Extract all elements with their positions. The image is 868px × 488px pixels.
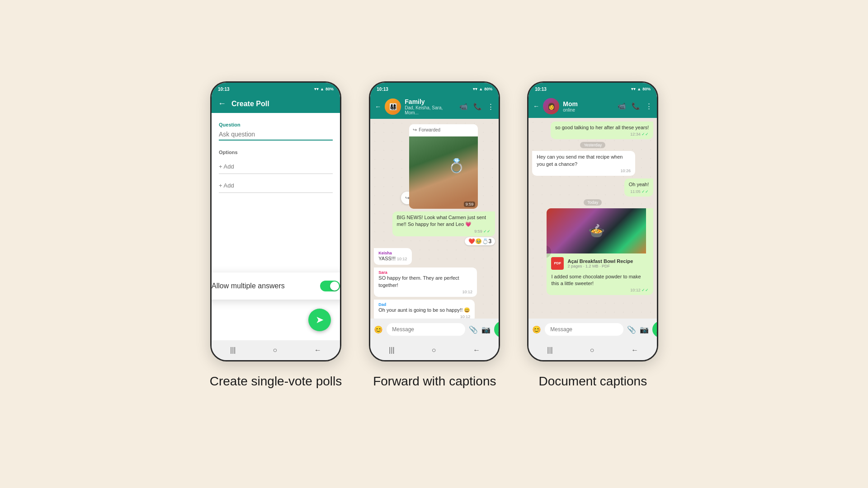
doc-title-area: Açaí Breakfast Bowl Recipe 2 pages · 1.2…: [567, 258, 633, 268]
attach-icon[interactable]: 📎: [469, 325, 478, 334]
mom-time: 10:13: [535, 87, 547, 92]
mom-camera-icon[interactable]: 📷: [640, 325, 649, 334]
family-nav-bar: ||| ○ ←: [370, 340, 499, 360]
poll-header: ← Create Poll: [212, 94, 340, 113]
keisha-text: YASS!!! 10:12: [378, 255, 407, 262]
option1-input[interactable]: [219, 160, 333, 174]
family-message-input[interactable]: [387, 323, 465, 336]
family-chat-name: Family: [405, 98, 456, 105]
family-header-icons: 📹 📞 ⋮: [459, 103, 494, 111]
today-badge: Today: [584, 199, 602, 206]
big-news-meta: 9:59 ✓✓: [397, 229, 491, 234]
big-news-bubble: BIG NEWS! Look what Carmen just sent me!…: [392, 211, 495, 236]
sara-meta: 10:12: [378, 290, 472, 294]
reply-checks: ✓✓: [642, 189, 649, 194]
sent-checkmarks: ✓✓: [483, 229, 491, 234]
reply-meta: 11:05 ✓✓: [629, 189, 649, 194]
forwarded-header: ↪ Forwarded: [413, 127, 474, 133]
sara-name: Sara: [378, 270, 472, 275]
ring-image: 💍: [409, 136, 478, 209]
mom-video-icon[interactable]: 📹: [618, 102, 626, 110]
dad-name: Dad: [378, 302, 470, 307]
reactions-bar: ❤️🥹💍3: [465, 237, 495, 245]
keisha-time: 10:12: [397, 257, 407, 261]
yesterday-badge: Yesterday: [580, 142, 605, 148]
voice-call-icon[interactable]: 📞: [473, 103, 482, 111]
doc-time: 10:12 ✓✓: [551, 288, 649, 292]
family-chat-info: Family Dad, Keisha, Sara, Mom...: [405, 98, 456, 115]
dad-text: Oh your aunt is going to be so happy!! 😄: [378, 307, 470, 314]
mom-signal-icon: ▾▾: [631, 87, 636, 91]
keisha-name: Keisha: [378, 251, 407, 255]
family-status-bar: 10:13 ▾▾ ▲ 80%: [370, 83, 499, 94]
family-signal-icon: ▾▾: [473, 87, 477, 91]
forwarded-image-container: ↪ Forwarded 💍 9:59 ↪: [409, 124, 495, 209]
mom-call-icon[interactable]: 📞: [632, 102, 640, 110]
poll-status-bar: 10:13 ▾▾ ▲ 80%: [212, 83, 340, 94]
mom-chat-body: so good talking to her after all these y…: [528, 118, 657, 319]
mom-back-icon[interactable]: ←: [533, 103, 539, 110]
option2-input[interactable]: [219, 178, 333, 193]
family-chat-subtitle: Dad, Keisha, Sara, Mom...: [405, 105, 456, 115]
wifi-icon: ▲: [320, 87, 324, 91]
nav-menu-icon: |||: [230, 346, 236, 354]
yesterday-meta: 12:34 ✓✓: [555, 132, 649, 136]
pdf-icon: PDF: [551, 257, 564, 270]
send-poll-button[interactable]: ➤: [308, 309, 331, 331]
allow-multiple-card: Allow multiple answers: [210, 272, 341, 300]
doc-caption-area: I added some chocolate powder to make th…: [547, 272, 653, 296]
family-phone: 10:13 ▾▾ ▲ 80% ← 👨‍👩‍👧‍👦 Family Dad, Kei…: [369, 81, 500, 361]
doc-caption-text: I added some chocolate powder to make th…: [551, 273, 649, 287]
yesterday-msg-text: so good talking to her after all these y…: [555, 124, 649, 131]
family-phone-label: Forward with captions: [373, 374, 496, 389]
poll-body: Question Options Allow multiple answers …: [212, 113, 340, 340]
poll-phone-wrapper: 10:13 ▾▾ ▲ 80% ← Create Poll Question Op…: [210, 81, 342, 389]
family-chat-body: ↪ Forwarded 💍 9:59 ↪ BIG NEWS: [370, 119, 499, 319]
poll-phone: 10:13 ▾▾ ▲ 80% ← Create Poll Question Op…: [210, 81, 341, 361]
mom-battery-icon: 80%: [642, 87, 651, 91]
question-input[interactable]: [219, 131, 333, 141]
video-call-icon[interactable]: 📹: [459, 103, 468, 111]
mom-nav-home: ○: [590, 346, 594, 354]
mom-status-bar: 10:13 ▾▾ ▲ 80%: [528, 83, 657, 94]
mom-mic-button[interactable]: 🎤: [652, 321, 658, 338]
family-avatar: 👨‍👩‍👧‍👦: [385, 99, 401, 115]
mom-phone: 10:13 ▾▾ ▲ 80% ← 👩 Mom online 📹 📞: [527, 81, 658, 361]
document-bubble: 🍲 PDF Açaí Breakfast Bowl Recipe 2 pages…: [547, 208, 653, 296]
mom-more-icon[interactable]: ⋮: [646, 102, 652, 110]
mom-avatar: 👩: [543, 98, 559, 114]
keisha-bubble: Keisha YASS!!! 10:12: [374, 248, 411, 265]
doc-checks: ✓✓: [642, 288, 649, 292]
doc-title: Açaí Breakfast Bowl Recipe: [567, 258, 633, 264]
mom-header-icons: 📹 📞 ⋮: [618, 102, 652, 110]
mom-phone-wrapper: 10:13 ▾▾ ▲ 80% ← 👩 Mom online 📹 📞: [527, 81, 658, 389]
allow-multiple-toggle[interactable]: [320, 281, 340, 291]
poll-title: Create Poll: [231, 100, 269, 108]
mic-button[interactable]: 🎤: [494, 321, 500, 338]
reactions-emoji: ❤️🥹💍3: [468, 238, 492, 244]
mom-chat-name: Mom: [563, 100, 614, 108]
mom-attach-icon[interactable]: 📎: [627, 325, 636, 334]
family-back-icon[interactable]: ←: [375, 103, 381, 110]
mom-wifi-icon: ▲: [637, 87, 641, 91]
question-meta: 10:26: [537, 169, 631, 173]
mom-message-input[interactable]: [545, 323, 623, 336]
nav-back-icon: ←: [314, 346, 321, 354]
nav-home-icon: ○: [273, 346, 277, 354]
mom-nav-back: ←: [631, 346, 638, 354]
signal-icon: ▾▾: [314, 87, 319, 91]
emoji-icon[interactable]: 😊: [374, 325, 383, 334]
image-timestamp: 9:59: [464, 202, 476, 207]
family-phone-wrapper: 10:13 ▾▾ ▲ 80% ← 👨‍👩‍👧‍👦 Family Dad, Kei…: [369, 81, 500, 389]
family-wifi-icon: ▲: [479, 87, 483, 91]
forwarded-label: Forwarded: [419, 127, 440, 132]
sara-bubble: Sara SO happy for them. They are perfect…: [374, 267, 477, 297]
more-options-icon[interactable]: ⋮: [487, 103, 494, 111]
mom-phone-label: Document captions: [538, 374, 647, 389]
family-nav-back: ←: [473, 346, 480, 354]
family-status-icons: ▾▾ ▲ 80%: [473, 87, 492, 91]
camera-icon[interactable]: 📷: [481, 325, 491, 334]
family-battery-icon: 80%: [484, 87, 492, 91]
mom-emoji-icon[interactable]: 😊: [532, 325, 541, 334]
back-arrow-icon[interactable]: ←: [218, 99, 226, 108]
